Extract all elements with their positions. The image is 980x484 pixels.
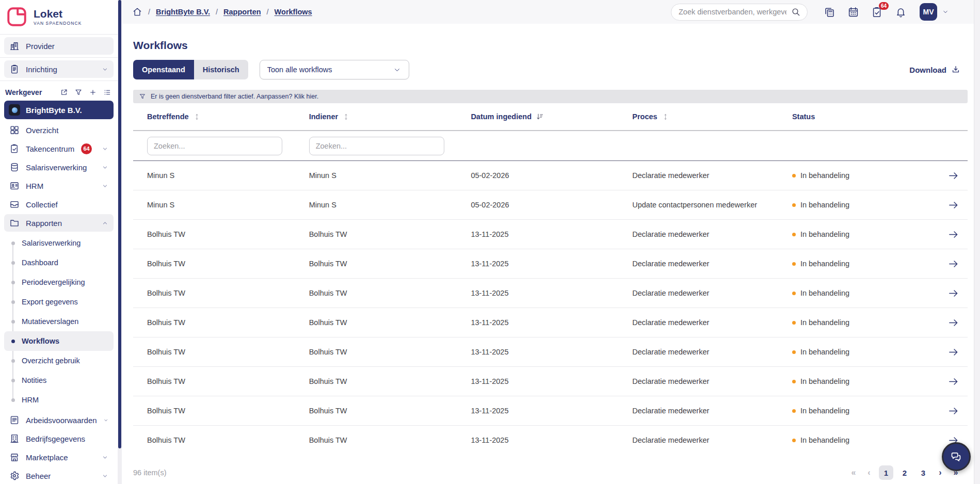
calendar-button[interactable] — [847, 6, 859, 18]
breadcrumb-link-brightbyte-b-v[interactable]: BrightByte B.V. — [156, 8, 210, 16]
table-row[interactable]: Bolhuis TWBolhuis TW13-11-2025Declaratie… — [133, 279, 968, 308]
open-row-arrow-icon[interactable] — [947, 287, 959, 299]
submenu-rapporten: SalarisverwerkingDashboardPeriodevergeli… — [0, 233, 118, 410]
sidebar-item-beheer[interactable]: Beheer — [4, 467, 114, 484]
status-dot-icon — [792, 321, 796, 325]
cell-betreffende: Bolhuis TW — [133, 436, 295, 444]
first-page-button[interactable]: « — [848, 465, 859, 480]
plus-icon[interactable] — [89, 88, 97, 96]
sidebar-subitem-hrm[interactable]: HRM — [4, 390, 114, 410]
werkgever-label: Werkgever — [5, 88, 42, 96]
table-row[interactable]: Bolhuis TWBolhuis TW13-11-2025Declaratie… — [133, 220, 968, 249]
user-avatar[interactable]: MV — [920, 3, 937, 21]
column-header-proces[interactable]: Proces — [618, 112, 778, 121]
cell-betreffende: Bolhuis TW — [133, 318, 295, 327]
table-row[interactable]: Bolhuis TWBolhuis TW13-11-2025Declaratie… — [133, 396, 968, 426]
prev-page-button[interactable]: ‹ — [863, 465, 875, 480]
sidebar-item-company[interactable]: BrightByte B.V. — [4, 101, 114, 119]
sidebar-item-arbeidsvoorwaarden[interactable]: Arbeidsvoorwaarden — [4, 411, 114, 429]
page-3-button[interactable]: 3 — [916, 465, 930, 480]
tasks-clipboard-button[interactable]: 64 — [871, 6, 883, 18]
page-2-button[interactable]: 2 — [897, 465, 912, 480]
open-row-arrow-icon[interactable] — [947, 405, 959, 417]
sidebar-subitem-overzicht-gebruik[interactable]: Overzicht gebruik — [4, 351, 114, 370]
company-name: BrightByte B.V. — [26, 106, 82, 115]
sidebar-item-marketplace[interactable]: Marketplace — [4, 448, 114, 466]
sidebar-subitem-mutatieverslagen[interactable]: Mutatieverslagen — [4, 312, 114, 331]
filter-notice-banner[interactable]: Er is geen dienstverband filter actief. … — [133, 90, 968, 103]
open-row-arrow-icon[interactable] — [947, 199, 959, 211]
cell-indiener: Bolhuis TW — [295, 318, 457, 327]
workflows-table: BetreffendeIndienerDatum ingediendProces… — [133, 103, 968, 455]
sidebar-subitem-workflows[interactable]: Workflows — [4, 331, 114, 351]
divider — [0, 34, 118, 35]
download-button[interactable]: Download — [909, 65, 960, 74]
sidebar-item-bedrijfsgegevens[interactable]: Bedrijfsgegevens — [4, 430, 114, 447]
clipboard-check-icon — [9, 143, 20, 154]
column-header-betreffende[interactable]: Betreffende — [133, 112, 295, 121]
share-icon[interactable] — [60, 88, 68, 96]
table-body: Minun SMinun S05-02-2026Declaratie medew… — [133, 161, 968, 455]
next-page-button[interactable]: › — [935, 465, 946, 480]
betreffende-search-input[interactable] — [147, 137, 282, 155]
sidebar-subitem-periodevergelijking[interactable]: Periodevergelijking — [4, 272, 114, 292]
open-row-arrow-icon[interactable] — [947, 346, 959, 358]
home-icon[interactable] — [132, 7, 142, 17]
cell-status: In behandeling — [778, 377, 939, 385]
sidebar-subitem-export-gegevens[interactable]: Export gegevens — [4, 292, 114, 312]
chevron-down-icon[interactable] — [942, 8, 949, 15]
breadcrumb-link-rapporten[interactable]: Rapporten — [223, 8, 261, 16]
table-row[interactable]: Bolhuis TWBolhuis TW13-11-2025Declaratie… — [133, 367, 968, 396]
sidebar-item-inrichting[interactable]: Inrichting — [4, 60, 114, 78]
table-row[interactable]: Bolhuis TWBolhuis TW13-11-2025Declaratie… — [133, 308, 968, 337]
tab-openstaand[interactable]: Openstaand — [133, 60, 194, 79]
chat-button[interactable] — [942, 442, 971, 471]
filter-notice-text: Er is geen dienstverband filter actief. … — [151, 93, 318, 100]
tab-group: Openstaand Historisch — [133, 60, 248, 79]
open-row-arrow-icon[interactable] — [947, 376, 959, 388]
app-logo[interactable]: Loket VAN SPAENDONCK — [0, 0, 118, 31]
download-label: Download — [909, 66, 946, 74]
cell-status: In behandeling — [778, 201, 939, 209]
sidebar-subitem-salarisverwerking[interactable]: Salarisverwerking — [4, 233, 114, 253]
cell-indiener: Minun S — [295, 201, 457, 209]
breadcrumb-link-workflows[interactable]: Workflows — [275, 8, 312, 16]
funnel-icon[interactable] — [74, 88, 83, 96]
open-row-arrow-icon[interactable] — [947, 229, 959, 240]
table-row[interactable]: Minun SMinun S05-02-2026Update contactpe… — [133, 190, 968, 220]
workflow-filter-dropdown[interactable]: Toon alle workflows — [260, 60, 409, 79]
main-scrollbar[interactable] — [974, 0, 980, 484]
table-row[interactable]: Minun SMinun S05-02-2026Declaratie medew… — [133, 161, 968, 190]
column-header-datum-ingediend[interactable]: Datum ingediend — [457, 112, 618, 121]
breadcrumb-separator: / — [216, 8, 218, 16]
sidebar-subitem-dashboard[interactable]: Dashboard — [4, 253, 114, 272]
dots-list-icon[interactable] — [103, 88, 111, 96]
page-1-button[interactable]: 1 — [879, 465, 893, 480]
cell-datum: 13-11-2025 — [457, 407, 618, 415]
cell-datum: 13-11-2025 — [457, 230, 618, 238]
indiener-search-input[interactable] — [309, 137, 444, 155]
open-row-arrow-icon[interactable] — [947, 317, 959, 329]
payroll-calculator-button[interactable] — [824, 6, 836, 18]
column-header-indiener[interactable]: Indiener — [295, 112, 457, 121]
table-row[interactable]: Bolhuis TWBolhuis TW13-11-2025Declaratie… — [133, 426, 968, 455]
open-row-arrow-icon[interactable] — [947, 170, 959, 182]
tab-historisch[interactable]: Historisch — [194, 60, 248, 79]
search-input[interactable] — [671, 4, 808, 21]
sidebar-item-hrm[interactable]: HRM — [4, 177, 114, 195]
open-row-arrow-icon[interactable] — [947, 258, 959, 270]
sidebar-scrollbar[interactable] — [118, 0, 122, 484]
sidebar-scrollbar-thumb[interactable] — [118, 0, 121, 448]
notifications-bell-button[interactable] — [895, 6, 907, 18]
table-row[interactable]: Bolhuis TWBolhuis TW13-11-2025Declaratie… — [133, 249, 968, 279]
sidebar-item-rapporten[interactable]: Rapporten — [4, 214, 114, 232]
sidebar-item-provider[interactable]: Provider — [4, 37, 114, 55]
search-icon[interactable] — [791, 7, 801, 17]
sidebar-item-takencentrum[interactable]: Takencentrum64 — [4, 140, 114, 157]
sidebar-item-salarisverwerking[interactable]: Salarisverwerking — [4, 158, 114, 176]
sidebar-item-overzicht[interactable]: Overzicht — [4, 121, 114, 139]
sidebar-subitem-notities[interactable]: Notities — [4, 370, 114, 390]
topbar: /BrightByte B.V./Rapporten/Workflows 64 … — [122, 0, 980, 24]
sidebar-item-collectief[interactable]: Collectief — [4, 196, 114, 213]
table-row[interactable]: Bolhuis TWBolhuis TW13-11-2025Declaratie… — [133, 337, 968, 367]
